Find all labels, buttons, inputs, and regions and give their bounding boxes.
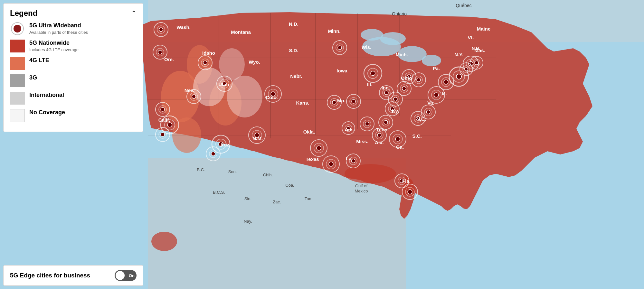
svg-point-31 — [161, 133, 165, 136]
svg-text:Coa.: Coa. — [285, 183, 294, 188]
svg-text:Tam.: Tam. — [305, 196, 314, 201]
svg-text:N.D.: N.D. — [289, 21, 298, 27]
svg-text:Ohio: Ohio — [401, 75, 412, 81]
international-label: International — [29, 92, 64, 99]
svg-text:Iowa: Iowa — [336, 68, 347, 73]
map-container: Wash. Ore. Calif. Idaho Nev. Ariz. Utah … — [0, 0, 644, 289]
svg-text:Ky.: Ky. — [392, 108, 399, 114]
edge-toggle-label: 5G Edge cities for business — [10, 272, 90, 279]
svg-point-52 — [317, 146, 321, 150]
svg-text:Gulf of: Gulf of — [355, 183, 368, 188]
svg-point-13 — [345, 164, 396, 183]
svg-text:Wis.: Wis. — [362, 44, 372, 50]
legend-title: Legend — [10, 9, 37, 18]
svg-text:Ill.: Ill. — [367, 82, 373, 87]
svg-text:Okla.: Okla. — [303, 129, 315, 135]
svg-text:Nev.: Nev. — [185, 88, 194, 93]
svg-text:La.: La. — [346, 156, 353, 161]
svg-text:N.Y.: N.Y. — [454, 52, 463, 57]
uwb-sublabel: Available in parts of these cities — [29, 30, 88, 35]
edge-toggle-bar: 5G Edge cities for business On — [3, 265, 143, 286]
svg-point-118 — [408, 190, 412, 194]
international-text: International — [29, 92, 64, 99]
edge-toggle-switch[interactable]: On — [115, 270, 137, 281]
svg-point-9 — [219, 48, 245, 80]
svg-text:Son.: Son. — [228, 169, 237, 174]
svg-text:B.C.: B.C. — [197, 167, 205, 172]
svg-text:Fla.: Fla. — [402, 178, 411, 184]
svg-text:Tenn.: Tenn. — [376, 127, 389, 132]
svg-point-10 — [227, 76, 262, 117]
legend-header: Legend ⌃ — [10, 9, 137, 18]
svg-point-58 — [332, 100, 336, 104]
svg-point-22 — [203, 61, 207, 65]
3g-label: 3G — [29, 74, 37, 81]
svg-point-76 — [402, 87, 406, 90]
svg-text:Québec: Québec — [456, 3, 471, 8]
svg-point-19 — [158, 50, 162, 54]
svg-text:Mo.: Mo. — [337, 98, 346, 103]
svg-point-109 — [456, 74, 461, 79]
svg-text:Idaho: Idaho — [202, 50, 215, 56]
svg-text:M.: M. — [442, 91, 447, 96]
svg-point-11 — [151, 232, 177, 251]
legend-collapse-button[interactable]: ⌃ — [131, 9, 137, 17]
svg-point-49 — [192, 95, 196, 98]
svg-point-73 — [393, 97, 397, 101]
3g-text: 3G — [29, 74, 37, 81]
svg-point-145 — [380, 32, 406, 45]
svg-text:Kans.: Kans. — [296, 100, 309, 106]
svg-point-88 — [384, 120, 388, 124]
svg-text:Colo.: Colo. — [266, 95, 278, 100]
svg-text:Wyo.: Wyo. — [249, 59, 260, 65]
svg-point-28 — [167, 123, 172, 127]
legend-item-4g-lte: 4G LTE — [10, 57, 137, 70]
5g-nationwide-label: 5G Nationwide — [29, 40, 79, 47]
svg-point-146 — [361, 29, 383, 41]
svg-point-37 — [211, 152, 215, 156]
no-coverage-text: No Coverage — [29, 109, 65, 116]
svg-text:Pa.: Pa. — [433, 66, 440, 71]
svg-text:Texas: Texas — [306, 156, 319, 162]
svg-text:Ore.: Ore. — [164, 57, 174, 62]
svg-point-115 — [475, 61, 478, 65]
svg-point-94 — [395, 137, 400, 141]
svg-text:N.H.: N.H. — [472, 46, 480, 51]
legend-panel: Legend ⌃ 5G Ultra Wideband Available in … — [3, 3, 143, 132]
legend-item-no-coverage: No Coverage — [10, 109, 137, 122]
toggle-on-text: On — [129, 273, 135, 278]
svg-point-103 — [434, 93, 439, 97]
svg-point-133 — [465, 68, 468, 71]
svg-text:Maine: Maine — [477, 26, 491, 32]
svg-point-127 — [365, 122, 369, 126]
svg-text:Chih.: Chih. — [263, 172, 273, 177]
svg-text:Ala.: Ala. — [375, 140, 384, 145]
3g-swatch — [10, 74, 25, 87]
5g-nationwide-sublabel: Includes 4G LTE coverage — [29, 47, 79, 52]
svg-point-16 — [159, 28, 163, 32]
svg-text:Nebr.: Nebr. — [290, 73, 302, 79]
legend-item-3g: 3G — [10, 74, 137, 87]
svg-text:Ariz.: Ariz. — [220, 142, 231, 147]
4g-lte-label: 4G LTE — [29, 57, 49, 64]
svg-text:Va.: Va. — [427, 100, 434, 106]
svg-point-67 — [371, 71, 375, 76]
svg-point-82 — [417, 78, 421, 82]
svg-text:N.M.: N.M. — [252, 135, 263, 141]
svg-point-25 — [161, 107, 165, 111]
legend-item-uwb: 5G Ultra Wideband Available in parts of … — [10, 22, 137, 35]
svg-point-106 — [444, 80, 448, 84]
legend-item-5g-nationwide: 5G Nationwide Includes 4G LTE coverage — [10, 40, 137, 52]
svg-point-144 — [422, 55, 441, 66]
no-coverage-label: No Coverage — [29, 109, 65, 116]
international-swatch — [10, 92, 25, 105]
uwb-circle-inner — [14, 25, 21, 33]
uwb-label: 5G Ultra Wideband — [29, 22, 88, 29]
legend-item-international: International — [10, 92, 137, 105]
svg-text:Nay.: Nay. — [244, 219, 252, 224]
svg-point-55 — [329, 162, 333, 166]
svg-text:Ark.: Ark. — [345, 127, 354, 132]
svg-point-100 — [426, 110, 430, 114]
svg-text:Ga.: Ga. — [396, 144, 404, 150]
svg-text:Zac.: Zac. — [273, 200, 281, 204]
